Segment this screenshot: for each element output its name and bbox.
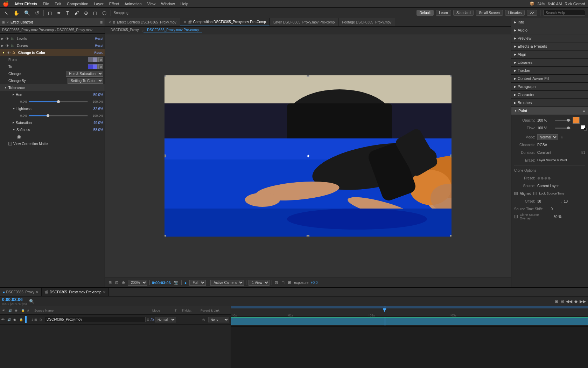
opacity-slider[interactable] [555,120,571,121]
mode-select[interactable]: Normal [537,134,558,140]
change-color-reset[interactable]: Reset [94,51,103,54]
layer-solo[interactable]: ◉ [13,318,18,321]
keyframe-add-btn[interactable]: ◆ [574,299,578,304]
render-btn[interactable]: ⊡ [274,280,279,286]
effects-header[interactable]: ▶ Effects & Presets [511,42,588,50]
change-color-arrow[interactable]: ▼ [2,51,5,54]
levels-arrow[interactable]: ▶ [1,37,4,40]
opacity-dot[interactable] [567,119,570,122]
preset-icon-3[interactable]: ⊕ [544,176,547,180]
layer-expand-icon[interactable]: ⊞ [147,318,149,321]
view-matte-checkbox[interactable] [8,142,12,145]
handle-top-center[interactable] [307,75,309,77]
paint-menu-icon[interactable]: ≡ [583,108,585,113]
brushes-header[interactable]: ▶ Brushes [511,99,588,107]
clone-overlay-checkbox[interactable] [514,215,518,218]
track-clip-1[interactable] [231,318,588,325]
paragraph-header[interactable]: ▶ Paragraph [511,83,588,90]
parent-select[interactable]: None [208,317,229,322]
curves-arrow[interactable]: ▶ [1,44,4,47]
tab-comp-close[interactable]: ✕ [184,20,187,24]
change-color-eye[interactable]: 👁 [6,51,11,55]
lightness-arrow[interactable]: ▼ [13,108,15,110]
hand-tool[interactable]: ✋ [12,9,21,16]
workspace-learn[interactable]: Learn [436,10,451,16]
menu-edit[interactable]: Edit [55,2,61,6]
zoom-dropdown[interactable]: 200% [128,280,147,286]
workspace-more[interactable]: >> [527,10,537,16]
viewer-tab-1[interactable]: DSCF0365_Proxy [107,27,142,33]
saturation-arrow[interactable]: ▶ [13,121,14,124]
ripple-insert-btn[interactable]: ⊞ [555,299,558,304]
from-color-swatch[interactable] [88,57,98,62]
lock-source-checkbox[interactable] [533,192,537,195]
info-header[interactable]: ▶ Info [511,18,588,26]
track-row-1[interactable] [231,317,588,327]
softness-arrow[interactable]: ▼ [13,129,15,131]
hue-slider[interactable] [29,101,88,102]
saturation-value[interactable]: 49.0% [89,121,103,125]
curves-eye[interactable]: 👁 [5,44,10,48]
viewer-area[interactable]: ✦ [105,34,511,278]
roto-tool[interactable]: ⬡ [101,9,108,16]
viewer-3d-btn[interactable]: ⊛ [121,280,126,286]
flow-slider[interactable] [555,128,571,129]
search-input[interactable] [543,10,585,16]
fast-preview-btn[interactable]: ◻ [281,280,285,286]
menu-composition[interactable]: Composition [67,2,88,6]
foreground-color-swatch[interactable] [573,117,580,124]
tl-tab-precomp[interactable]: 🎬 DSCF0365_Proxy.mov Pre-comp ✕ [42,288,109,296]
selection-tool[interactable]: ↖ [3,9,10,16]
paint-tool[interactable]: 🖌 [73,9,80,16]
shape-tool[interactable]: ◻ [47,9,54,16]
clone-overlay-value[interactable]: 50 % [554,215,586,219]
layer-lock[interactable]: 🔒 [19,318,24,321]
layer-name-input[interactable] [45,317,146,322]
workspace-small-screen[interactable]: Small Screen [476,10,503,16]
change-by-dropdown[interactable]: Setting To Color [68,78,103,84]
search-layers-btn[interactable]: 🔍 [29,299,34,304]
viewer-grid-btn[interactable]: ⊞ [108,280,112,286]
resolution-dropdown[interactable]: Full [189,280,206,286]
keyframe-fwd-btn[interactable]: ▶▶ [580,299,586,304]
type-tool[interactable]: T [65,9,71,16]
layer-3d-icon[interactable]: ⊞ [34,318,38,321]
aligned-checkbox[interactable] [514,192,518,195]
pen-tool[interactable]: ✒ [56,9,63,16]
levels-eye[interactable]: 👁 [5,37,10,41]
time-shift-value[interactable]: 0 [551,207,586,211]
zoom-tool[interactable]: 🔍 [23,9,31,16]
eraser-tool[interactable]: ◻ [92,9,99,16]
apple-logo[interactable]: 🍎 [3,1,9,7]
menu-animation[interactable]: Animation [125,2,142,6]
color-mode-btn[interactable]: ● [184,280,188,286]
curves-reset[interactable]: Reset [95,44,103,47]
tl-proxy-close[interactable]: ✕ [36,290,38,294]
menu-window[interactable]: Window [161,2,175,6]
layer-audio[interactable]: 🔊 [7,318,12,321]
levels-reset[interactable]: Reset [95,37,103,40]
tab-composition[interactable]: ✕ 🎬 Composition DSCF0365_Proxy.mov Pre-C… [180,18,270,26]
preset-icon-1[interactable]: ⊕ [537,176,540,180]
handle-bottom-right[interactable] [450,235,451,237]
handle-bottom-left[interactable] [164,235,166,237]
hue-value[interactable]: 50.0% [89,93,103,97]
opacity-value[interactable]: 100 % [537,118,553,122]
flow-value[interactable]: 100 % [537,126,553,130]
content-aware-header[interactable]: ▶ Content-Aware Fill [511,75,588,82]
hue-arrow[interactable]: ▶ [13,93,14,96]
change-dropdown[interactable]: Hue & Saturation [66,71,103,77]
to-eyedropper[interactable]: ⊕ [98,64,103,69]
preset-icon-4[interactable]: ⊕ [548,176,551,180]
clone-tool[interactable]: ⊕ [83,9,90,16]
snapshot-btn[interactable]: 📷 [173,280,179,286]
viewer-safe-btn[interactable]: ⊡ [114,280,119,286]
handle-top-right[interactable] [450,75,451,77]
tab-effect-close[interactable]: ✕ [108,21,111,24]
tl-tab-proxy[interactable]: ■ DSCF0365_Proxy ✕ [0,288,42,296]
panel-close[interactable]: ✕ [6,21,9,24]
tab-effect-controls[interactable]: ✕ ⊞ Effect Controls DSCF0365_Proxy.mov [105,18,180,26]
layer-mode-select[interactable]: Normal [155,317,176,322]
viewer-tab-2[interactable]: DSCF0365_Proxy.mov Pre-comp [144,27,202,33]
timeline-timecode[interactable]: 0:00:03:06 [2,297,27,302]
